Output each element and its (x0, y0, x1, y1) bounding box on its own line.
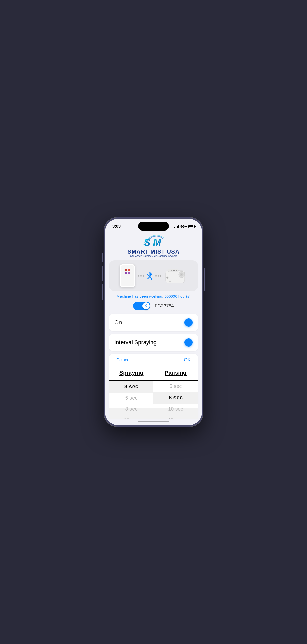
interval-toggle[interactable] (184, 338, 193, 347)
spraying-option-3sec[interactable]: 3 sec (109, 381, 154, 393)
cancel-button[interactable]: Cancel (116, 357, 131, 363)
svg-text:M: M (153, 237, 161, 248)
svg-rect-12 (169, 281, 171, 282)
battery-fill (189, 225, 193, 227)
connection-dots (138, 271, 161, 280)
side-button-volume-down[interactable] (102, 284, 103, 300)
status-time: 3:03 (112, 224, 121, 229)
battery-icon (188, 225, 195, 228)
ok-button[interactable]: OK (184, 357, 191, 363)
phone-frame: 3:03 5G+ (104, 217, 203, 427)
spraying-option-8sec[interactable]: 8 sec (109, 404, 154, 415)
pausing-option-5sec[interactable]: 5 sec (154, 381, 198, 392)
bluetooth-toggle-row: FG23784 (109, 302, 198, 310)
phone-screen: 3:03 5G+ (105, 219, 202, 425)
dynamic-island (138, 222, 169, 231)
signal-icon (174, 225, 179, 228)
signal-bar-3 (177, 226, 178, 228)
signal-bar-2 (176, 226, 176, 228)
logo-section: S M SMART MIST US (109, 232, 198, 260)
pausing-option-10sec[interactable]: 10 sec (154, 404, 198, 415)
network-label: 5G+ (180, 225, 187, 228)
svg-text:S: S (144, 237, 150, 248)
pausing-column-header: Pausing (154, 370, 198, 378)
misting-machine-illustration (164, 267, 187, 285)
power-control-card: On -- (109, 314, 198, 331)
toggle-bluetooth-icon (144, 304, 148, 308)
side-button-mute[interactable] (102, 253, 103, 262)
phone-device-illustration: MISTING SYSTEM (120, 264, 135, 287)
dot-6 (160, 275, 161, 277)
pausing-column[interactable]: 5 sec 8 sec 10 sec 12 sec 15 sec 20 sec (154, 381, 198, 419)
svg-point-7 (181, 274, 182, 275)
connection-card: MISTING SYSTEM (109, 260, 198, 291)
phone-screen-illustration: MISTING SYSTEM (121, 265, 134, 286)
machine-status-text: Machine has been working: 000000 hour(s) (109, 294, 198, 298)
svg-point-10 (173, 270, 175, 271)
home-indicator[interactable] (138, 421, 169, 422)
svg-point-11 (176, 270, 177, 271)
brand-subtitle: The Smart Choice For Outdoor Cooling (127, 255, 179, 257)
picker-actions: Cancel OK (109, 354, 198, 366)
dot-2 (140, 275, 142, 277)
svg-line-15 (145, 305, 146, 306)
side-button-power[interactable] (204, 268, 205, 291)
spraying-column-header: Spraying (109, 370, 154, 378)
power-toggle[interactable] (184, 318, 193, 327)
signal-bar-4 (178, 225, 179, 228)
spraying-option-10sec[interactable]: 10 sec (109, 415, 154, 419)
pausing-option-8sec[interactable]: 8 sec (154, 392, 198, 404)
spraying-option-5sec[interactable]: 5 sec (109, 393, 154, 404)
main-content: S M SMART MIST US (105, 232, 202, 419)
svg-line-3 (147, 277, 150, 279)
power-label: On -- (114, 319, 127, 326)
picker-columns: 3 sec 5 sec 8 sec 10 sec 12 sec 5 sec 8 … (109, 381, 198, 419)
bluetooth-toggle[interactable] (133, 302, 150, 310)
signal-bar-1 (174, 227, 175, 228)
brand-name: SMART MIST USA (127, 249, 179, 255)
sm-logo: S M (141, 234, 166, 249)
svg-line-16 (145, 306, 146, 307)
spraying-column[interactable]: 3 sec 5 sec 8 sec 10 sec 12 sec (109, 381, 154, 419)
bluetooth-icon (145, 271, 154, 280)
svg-point-14 (167, 277, 168, 278)
device-id-label: FG23784 (155, 303, 174, 309)
dot-4 (155, 275, 157, 277)
picker-columns-header: Spraying Pausing (109, 366, 198, 381)
interval-control-card: Interval Spraying (109, 334, 198, 351)
dot-3 (143, 275, 144, 277)
pausing-option-12sec[interactable]: 12 sec (154, 415, 198, 419)
dot-5 (158, 275, 159, 277)
dot-1 (138, 275, 139, 277)
svg-line-2 (147, 274, 150, 277)
side-button-volume-up[interactable] (102, 266, 103, 281)
interval-label: Interval Spraying (114, 339, 157, 346)
toggle-knob (142, 302, 150, 309)
status-right: 5G+ (174, 225, 195, 228)
brand-name-container: SMART MIST USA The Smart Choice For Outd… (127, 249, 179, 257)
svg-point-9 (171, 270, 172, 271)
picker-section: Cancel OK Spraying Pausing 3 sec 5 sec (109, 354, 198, 419)
